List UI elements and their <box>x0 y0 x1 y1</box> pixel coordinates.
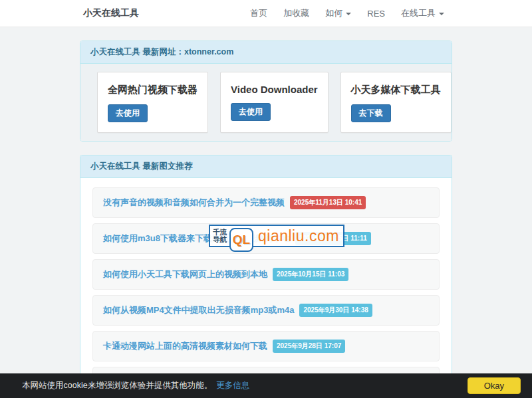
tool-card: Video Downloader 去使用 <box>220 72 329 133</box>
watermark-site-name: 千流 导航 <box>210 229 229 243</box>
article-date-badge: 2025年9月28日 17:07 <box>273 340 345 353</box>
cookie-message: 本网站使用cookie来增强浏览体验并提供其他功能。 <box>22 380 212 391</box>
article-link[interactable]: 卡通动漫网站上面的高清视频素材如何下载 <box>103 340 267 352</box>
article-date-badge: 2025年11月13日 10:41 <box>290 196 366 209</box>
qianliu-logo-icon: QL <box>229 228 253 252</box>
latest-url-link[interactable]: xtonner.com <box>184 47 233 56</box>
articles-list: 没有声音的视频和音频如何合并为一个完整视频 2025年11月13日 10:41 … <box>80 178 452 398</box>
tool-card: 小天多媒体下载工具 去下载 <box>340 72 452 133</box>
tool-card-title: 小天多媒体下载工具 <box>351 84 441 96</box>
tool-card-action-button[interactable]: 去使用 <box>231 103 271 121</box>
nav-item[interactable]: 如何 <box>317 7 359 19</box>
article-link[interactable]: 如何从视频MP4文件中提取出无损音频mp3或m4a <box>103 304 294 316</box>
tool-card-action-button[interactable]: 去下载 <box>351 104 391 122</box>
chevron-down-icon <box>346 13 351 15</box>
tool-card-title: Video Downloader <box>231 84 318 95</box>
article-list-item[interactable]: 卡通动漫网站上面的高清视频素材如何下载 2025年9月28日 17:07 <box>92 331 440 361</box>
top-navbar: 小天在线工具 首页 加收藏 如何 RES 在线工具 <box>0 0 532 27</box>
nav-item[interactable]: RES <box>359 9 393 19</box>
article-list-item[interactable]: 如何从视频MP4文件中提取出无损音频mp3或m4a 2025年9月30日 14:… <box>92 295 440 326</box>
nav-item[interactable]: 加收藏 <box>275 7 317 19</box>
latest-url-panel: 小天在线工具 最新网址：xtonner.com 全网热门视频下载器 去使用 Vi… <box>80 41 452 142</box>
articles-panel: 小天在线工具 最新图文推荐 没有声音的视频和音频如何合并为一个完整视频 2025… <box>80 155 452 398</box>
chevron-down-icon <box>439 13 444 15</box>
article-list-item[interactable]: 没有声音的视频和音频如何合并为一个完整视频 2025年11月13日 10:41 <box>92 187 440 218</box>
nav-item[interactable]: 首页 <box>242 7 275 19</box>
watermark-domain: qianliu.com <box>255 227 339 245</box>
nav-item[interactable]: 在线工具 <box>393 7 452 19</box>
article-date-badge: 2025年9月30日 14:38 <box>299 304 372 317</box>
latest-url-label: 小天在线工具 最新网址： <box>90 47 184 56</box>
article-link[interactable]: 如何使用小天工具下载网页上的视频到本地 <box>103 268 267 280</box>
tool-cards-row: 全网热门视频下载器 去使用 Video Downloader 去使用 小天多媒体… <box>80 64 452 141</box>
main-nav: 首页 加收藏 如何 RES 在线工具 <box>242 7 452 19</box>
tool-card-title: 全网热门视频下载器 <box>108 84 198 96</box>
article-date-badge: 2025年10月15日 11:03 <box>273 268 348 281</box>
site-brand[interactable]: 小天在线工具 <box>80 7 139 19</box>
tool-card-action-button[interactable]: 去使用 <box>108 104 148 122</box>
articles-panel-heading: 小天在线工具 最新图文推荐 <box>80 155 452 178</box>
article-list-item[interactable]: 如何使用小天工具下载网页上的视频到本地 2025年10月15日 11:03 <box>92 259 440 290</box>
cookie-more-info-link[interactable]: 更多信息 <box>216 380 249 391</box>
tool-card: 全网热门视频下载器 去使用 <box>97 72 208 133</box>
article-link[interactable]: 没有声音的视频和音频如何合并为一个完整视频 <box>103 197 285 209</box>
cookie-okay-button[interactable]: Okay <box>467 377 521 394</box>
latest-url-panel-heading: 小天在线工具 最新网址：xtonner.com <box>80 41 452 64</box>
cookie-consent-bar: 本网站使用cookie来增强浏览体验并提供其他功能。 更多信息 Okay <box>0 373 532 398</box>
qianliu-watermark-link[interactable]: 千流 导航 QL qianliu.com <box>209 225 344 247</box>
